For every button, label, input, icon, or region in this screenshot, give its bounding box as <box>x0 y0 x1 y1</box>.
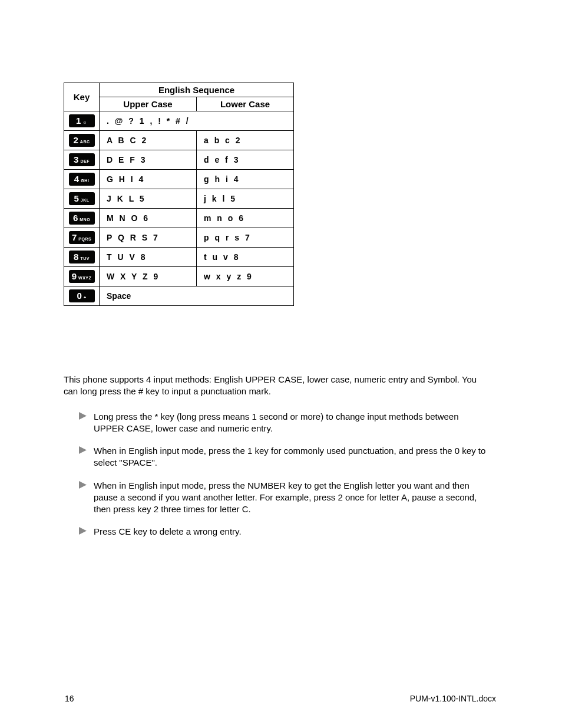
keycap-icon: 6MNO <box>69 212 95 225</box>
page-number: 16 <box>65 694 74 703</box>
keycap-sublabel: ABC <box>80 140 90 144</box>
lower-case-cell: m n o 6 <box>197 209 294 228</box>
svg-marker-1 <box>79 446 87 454</box>
keycap-digit: 6 <box>73 212 78 224</box>
keycap-cell: 1☺ <box>64 111 100 131</box>
table-row: 5JKLJ K L 5j k l 5 <box>64 189 294 209</box>
list-item-text: When in English input mode, press the 1 … <box>94 445 488 469</box>
keycap-icon: 7PQRS <box>69 231 95 244</box>
list-item-text: Press CE key to delete a wrong entry. <box>94 526 488 538</box>
keycap-digit: 8 <box>74 251 78 263</box>
bullet-triangle-icon <box>79 527 87 535</box>
lower-case-cell: g h i 4 <box>197 170 294 189</box>
keycap-sublabel: WXYZ <box>78 276 91 280</box>
bullet-triangle-icon <box>79 412 87 420</box>
keycap-sublabel: + <box>84 295 87 299</box>
table-row: 4GHIG H I 4g h i 4 <box>64 170 294 189</box>
keycap-cell: 4GHI <box>64 170 100 189</box>
keycap-sublabel: TUV <box>80 256 90 261</box>
document-filename: PUM-v1.100-INTL.docx <box>410 694 496 703</box>
keycap-digit: 1 <box>76 115 81 127</box>
upper-case-cell: P Q R S 7 <box>100 228 197 248</box>
svg-marker-2 <box>79 481 87 489</box>
keycap-icon: 4GHI <box>69 173 95 186</box>
upper-case-cell: W X Y Z 9 <box>100 267 197 286</box>
lower-case-cell: a b c 2 <box>197 131 294 150</box>
keycap-cell: 8TUV <box>64 248 100 267</box>
keycap-icon: 9WXYZ <box>69 270 95 283</box>
keycap-cell: 3DEF <box>64 150 100 170</box>
keycap-cell: 2ABC <box>64 131 100 150</box>
table-row: 1☺. @ ? 1 , ! * # / <box>64 111 294 131</box>
table-header-lower: Lower Case <box>197 97 294 111</box>
keycap-sublabel: JKL <box>81 198 90 202</box>
list-item: Long press the * key (long press means 1… <box>64 411 488 435</box>
keycap-cell: 6MNO <box>64 209 100 228</box>
keycap-icon: 5JKL <box>69 192 95 205</box>
table-row: 0+Space <box>64 286 294 306</box>
list-item-text: When in English input mode, press the NU… <box>94 480 488 516</box>
table-row: 3DEFD E F 3d e f 3 <box>64 150 294 170</box>
upper-case-cell: D E F 3 <box>100 150 197 170</box>
table-header-upper: Upper Case <box>100 97 197 111</box>
list-item: When in English input mode, press the 1 … <box>64 445 488 469</box>
svg-marker-0 <box>79 412 87 420</box>
keycap-digit: 5 <box>74 193 78 205</box>
keycap-cell: 7PQRS <box>64 228 100 248</box>
keycap-cell: 5JKL <box>64 189 100 209</box>
table-row: 8TUVT U V 8t u v 8 <box>64 248 294 267</box>
lower-case-cell: d e f 3 <box>197 150 294 170</box>
table-row: 7PQRSP Q R S 7p q r s 7 <box>64 228 294 248</box>
keycap-icon: 8TUV <box>69 251 95 263</box>
keycap-sublabel: ☺ <box>82 120 87 124</box>
table-header-sequence: English Sequence <box>100 83 294 97</box>
keycap-digit: 2 <box>73 134 78 146</box>
keycap-sublabel: MNO <box>80 218 90 222</box>
keycap-icon: 0+ <box>69 289 95 302</box>
table-row: 9WXYZW X Y Z 9w x y z 9 <box>64 267 294 286</box>
keycap-sublabel: GHI <box>81 179 89 183</box>
keycap-digit: 0 <box>77 290 82 302</box>
list-item: When in English input mode, press the NU… <box>64 480 488 516</box>
bullet-triangle-icon <box>79 481 87 489</box>
sequence-cell: . @ ? 1 , ! * # / <box>100 111 294 131</box>
keycap-digit: 4 <box>74 173 79 185</box>
keycap-cell: 9WXYZ <box>64 267 100 286</box>
keycap-digit: 7 <box>72 232 77 243</box>
upper-case-cell: T U V 8 <box>100 248 197 267</box>
lower-case-cell: w x y z 9 <box>197 267 294 286</box>
list-item-text: Long press the * key (long press means 1… <box>94 411 488 435</box>
table-row: 2ABCA B C 2a b c 2 <box>64 131 294 150</box>
keycap-sublabel: DEF <box>80 159 90 163</box>
lower-case-cell: p q r s 7 <box>197 228 294 248</box>
intro-paragraph: This phone supports 4 input methods: Eng… <box>64 374 488 398</box>
bullet-triangle-icon <box>79 446 87 454</box>
sequence-cell: Space <box>100 286 294 306</box>
table-header-key: Key <box>64 83 100 111</box>
upper-case-cell: G H I 4 <box>100 170 197 189</box>
lower-case-cell: t u v 8 <box>197 248 294 267</box>
upper-case-cell: J K L 5 <box>100 189 197 209</box>
table-row: 6MNOM N O 6m n o 6 <box>64 209 294 228</box>
keycap-cell: 0+ <box>64 286 100 306</box>
key-sequence-table: Key English Sequence Upper Case Lower Ca… <box>64 83 294 306</box>
upper-case-cell: A B C 2 <box>100 131 197 150</box>
keycap-icon: 3DEF <box>69 153 95 166</box>
keycap-digit: 3 <box>74 154 78 166</box>
svg-marker-3 <box>79 527 87 535</box>
lower-case-cell: j k l 5 <box>197 189 294 209</box>
list-item: Press CE key to delete a wrong entry. <box>64 526 488 538</box>
instruction-list: Long press the * key (long press means 1… <box>64 411 488 538</box>
upper-case-cell: M N O 6 <box>100 209 197 228</box>
keycap-icon: 1☺ <box>69 114 95 127</box>
keycap-digit: 9 <box>72 271 77 282</box>
keycap-sublabel: PQRS <box>78 237 91 241</box>
keycap-icon: 2ABC <box>69 134 95 147</box>
